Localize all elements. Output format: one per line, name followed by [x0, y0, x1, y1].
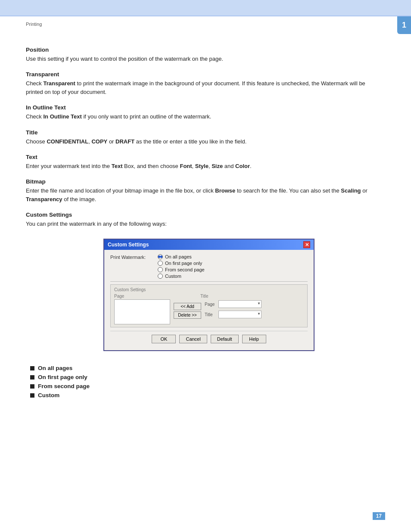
text-body: Enter your watermark text into the Text …	[26, 162, 379, 171]
custom-dropdowns: Page Title	[205, 300, 262, 318]
bullet-on-first-page-label: On first page only	[38, 374, 87, 380]
page-number-area: 17	[373, 513, 385, 519]
custom-settings-dialog: Custom Settings ✕ Print Watermark: On al…	[103, 239, 314, 351]
outline-title: In Outline Text	[26, 104, 379, 111]
default-button[interactable]: Default	[211, 335, 239, 343]
scaling-bold: Scaling	[341, 187, 361, 194]
outline-bold: In Outline Text	[43, 113, 81, 120]
custom-settings-sublabel: Custom Settings	[114, 287, 304, 292]
dialog-footer: OK Cancel Default Help	[110, 331, 308, 346]
bitmap-body: Enter the file name and location of your…	[26, 187, 379, 204]
text-title: Text	[26, 154, 379, 160]
radio-on-all-pages-label: On all pages	[165, 254, 192, 259]
top-bar	[0, 0, 411, 16]
title-title: Title	[26, 129, 379, 136]
page-dropdown-row: Page	[205, 300, 262, 308]
bullet-custom: Custom	[30, 392, 379, 398]
font-bold: Font	[180, 163, 192, 169]
page-number: 17	[373, 512, 385, 520]
print-watermark-options: On all pages On first page only From sec…	[158, 254, 205, 279]
custom-action-buttons: << Add Delete >>	[174, 303, 201, 319]
bullet-from-second-page: From second page	[30, 383, 379, 389]
page-select[interactable]	[218, 300, 262, 308]
dialog-titlebar: Custom Settings ✕	[104, 240, 314, 250]
bullet-square-1	[30, 366, 34, 370]
bullet-custom-label: Custom	[38, 392, 59, 398]
custom-content-row: << Add Delete >> Page Title	[114, 299, 304, 324]
add-button[interactable]: << Add	[174, 303, 201, 310]
draft-bold: DRAFT	[115, 138, 134, 145]
bullet-square-3	[30, 384, 34, 389]
dialog-close-button[interactable]: ✕	[303, 241, 310, 248]
size-bold: Size	[212, 163, 223, 169]
confidential-bold: CONFIDENTIAL	[47, 138, 88, 145]
custom-settings-intro: You can print the watermark in any of th…	[26, 220, 379, 228]
bullet-square-4	[30, 393, 34, 398]
transparent-body: Check Transparent to print the watermark…	[26, 79, 379, 96]
help-button[interactable]: Help	[242, 335, 266, 343]
color-bold: Color	[235, 163, 250, 169]
transparent-title: Transparent	[26, 71, 379, 78]
dialog-body: Print Watermark: On all pages On first p…	[104, 250, 314, 350]
bullet-list: On all pages On first page only From sec…	[30, 365, 379, 398]
bullet-square-2	[30, 375, 34, 380]
outline-body: Check In Outline Text if you only want t…	[26, 112, 379, 121]
main-content: Position Use this setting if you want to…	[26, 47, 379, 398]
bitmap-title: Bitmap	[26, 178, 379, 185]
radio-on-first-page[interactable]: On first page only	[158, 261, 205, 266]
bullet-on-all-pages-label: On all pages	[38, 365, 72, 371]
custom-list[interactable]	[114, 299, 170, 324]
transparency-bold: Transparency	[26, 196, 62, 202]
page-select-wrapper	[218, 300, 262, 308]
radio-custom-label: Custom	[165, 274, 181, 279]
text-bold: Text	[112, 163, 123, 169]
radio-custom-circle	[158, 274, 163, 279]
radio-on-first-page-circle	[158, 261, 163, 266]
dialog-wrapper: Custom Settings ✕ Print Watermark: On al…	[103, 239, 314, 351]
dialog-divider	[110, 281, 308, 282]
custom-settings-title: Custom Settings	[26, 212, 379, 218]
custom-cols-header: Page Title	[114, 294, 304, 299]
title-select-wrapper	[218, 311, 262, 318]
transparent-bold: Transparent	[43, 80, 75, 87]
delete-button[interactable]: Delete >>	[174, 311, 201, 319]
radio-on-all-pages-circle	[158, 254, 163, 259]
radio-from-second-page-circle	[158, 267, 163, 272]
radio-custom[interactable]: Custom	[158, 274, 205, 279]
col-title-header: Title	[200, 294, 209, 299]
style-bold: Style	[195, 163, 209, 169]
bullet-from-second-page-label: From second page	[38, 383, 90, 389]
dialog-title: Custom Settings	[108, 242, 149, 248]
title-body: Choose CONFIDENTIAL, COPY or DRAFT as th…	[26, 137, 379, 146]
radio-from-second-page[interactable]: From second page	[158, 267, 205, 272]
browse-bold: Browse	[215, 187, 235, 194]
breadcrumb: Printing	[26, 22, 42, 27]
bullet-on-all-pages: On all pages	[30, 365, 379, 371]
custom-settings-subsection: Custom Settings Page Title << Add Delete…	[110, 284, 308, 327]
position-body: Use this setting if you want to control …	[26, 55, 379, 63]
cancel-button[interactable]: Cancel	[179, 335, 207, 343]
radio-from-second-page-label: From second page	[165, 267, 205, 272]
radio-on-first-page-label: On first page only	[165, 261, 202, 266]
copy-bold: COPY	[91, 138, 107, 145]
title-dropdown-label: Title	[205, 312, 217, 317]
position-title: Position	[26, 47, 379, 53]
title-dropdown-row: Title	[205, 311, 262, 318]
print-watermark-row: Print Watermark: On all pages On first p…	[110, 254, 308, 279]
radio-on-all-pages[interactable]: On all pages	[158, 254, 205, 259]
print-watermark-label: Print Watermark:	[110, 254, 158, 260]
page-dropdown-label: Page	[205, 302, 217, 307]
ok-button[interactable]: OK	[152, 335, 176, 343]
title-select[interactable]	[218, 311, 262, 318]
chapter-tab: 1	[397, 16, 411, 34]
bullet-on-first-page: On first page only	[30, 374, 379, 380]
col-page-header: Page	[114, 294, 170, 299]
